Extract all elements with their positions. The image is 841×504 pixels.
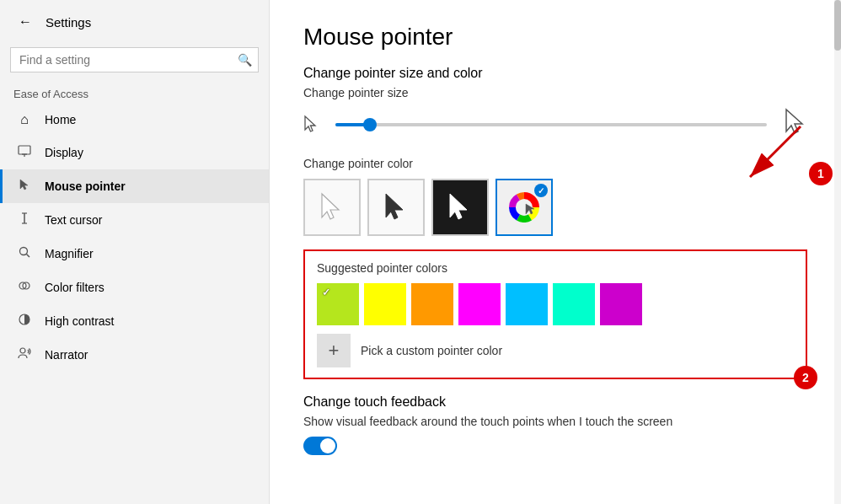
- touch-feedback-toggle[interactable]: [303, 437, 337, 455]
- sidebar-item-home-label: Home: [45, 113, 76, 126]
- scrollbar-thumb[interactable]: [834, 0, 841, 51]
- sidebar-item-mouse-pointer-label: Mouse pointer: [45, 180, 126, 193]
- size-slider[interactable]: [335, 123, 767, 126]
- swatch-magenta[interactable]: [458, 283, 501, 325]
- ease-of-access-label: Ease of Access: [0, 81, 269, 104]
- swatch-lime[interactable]: ✓: [317, 283, 359, 325]
- scrollbar-track: [834, 0, 841, 504]
- narrator-icon: [16, 346, 33, 363]
- sidebar-item-magnifier[interactable]: Magnifier: [0, 237, 269, 271]
- swatch-purple[interactable]: [600, 283, 642, 325]
- sidebar-item-text-cursor-label: Text cursor: [45, 213, 102, 227]
- custom-color-row: + Pick a custom pointer color: [317, 334, 794, 367]
- pointer-color-black[interactable]: [367, 179, 425, 236]
- sidebar: ← Settings 🔍 Ease of Access ⌂ Home Displ…: [0, 0, 270, 504]
- sidebar-item-high-contrast[interactable]: High contrast: [0, 304, 269, 338]
- back-button[interactable]: ←: [13, 10, 37, 34]
- sidebar-item-mouse-pointer[interactable]: Mouse pointer: [0, 169, 269, 203]
- sidebar-title: Settings: [46, 15, 91, 29]
- pointer-color-white[interactable]: [303, 179, 361, 236]
- touch-feedback-desc: Show visual feedback around the touch po…: [303, 415, 807, 428]
- cursor-small-icon: [303, 115, 319, 136]
- annotation-badge-2: 2: [794, 366, 817, 389]
- search-box: 🔍: [10, 47, 259, 72]
- swatch-teal[interactable]: [553, 283, 595, 325]
- size-slider-row: [303, 108, 807, 142]
- page-title: Mouse pointer: [303, 24, 807, 51]
- search-icon: 🔍: [238, 53, 252, 67]
- mouse-pointer-icon: [16, 178, 33, 195]
- sidebar-item-display-label: Display: [45, 146, 83, 159]
- suggested-label: Suggested pointer colors: [317, 261, 794, 275]
- display-icon: [16, 144, 33, 161]
- svg-rect-0: [19, 146, 30, 154]
- color-swatches: ✓: [317, 283, 794, 325]
- text-cursor-icon: [16, 212, 33, 228]
- color-filters-icon: [16, 279, 33, 296]
- sidebar-item-text-cursor[interactable]: Text cursor: [0, 203, 269, 237]
- sidebar-item-display[interactable]: Display: [0, 136, 269, 169]
- sidebar-item-color-filters-label: Color filters: [45, 281, 104, 294]
- section-change-title: Change pointer size and color: [303, 66, 807, 81]
- sidebar-item-home[interactable]: ⌂ Home: [0, 104, 269, 136]
- size-label: Change pointer size: [303, 86, 807, 99]
- touch-feedback-title: Change touch feedback: [303, 394, 807, 410]
- swatch-yellow[interactable]: [364, 283, 406, 325]
- custom-color-label: Pick a custom pointer color: [361, 344, 502, 357]
- color-label: Change pointer color: [303, 157, 807, 170]
- high-contrast-icon: [16, 313, 33, 330]
- swatch-selected-check: ✓: [322, 287, 330, 298]
- sidebar-header: ← Settings: [0, 0, 269, 44]
- sidebar-item-high-contrast-label: High contrast: [45, 314, 114, 328]
- cursor-large-icon: [784, 108, 807, 142]
- selected-checkmark: ✓: [534, 184, 548, 197]
- swatch-cyan[interactable]: [506, 283, 548, 325]
- magnifier-icon: [16, 245, 33, 262]
- annotation-badge-1: 1: [809, 162, 833, 185]
- add-custom-color-button[interactable]: +: [317, 334, 351, 367]
- pointer-color-options: ✓ 1: [303, 179, 807, 236]
- main-content: Mouse pointer Change pointer size and co…: [270, 0, 841, 504]
- search-input[interactable]: [10, 47, 259, 72]
- home-icon: ⌂: [16, 112, 33, 127]
- svg-point-6: [20, 248, 28, 255]
- swatch-orange[interactable]: [411, 283, 453, 325]
- pointer-color-inverted[interactable]: [431, 179, 489, 236]
- sidebar-item-color-filters[interactable]: Color filters: [0, 271, 269, 304]
- sidebar-item-magnifier-label: Magnifier: [45, 247, 94, 260]
- svg-point-11: [20, 348, 25, 353]
- suggested-colors-box: Suggested pointer colors ✓ + Pick a cust…: [303, 249, 807, 379]
- pointer-color-custom[interactable]: ✓: [495, 179, 553, 236]
- sidebar-item-narrator-label: Narrator: [45, 348, 88, 362]
- sidebar-item-narrator[interactable]: Narrator: [0, 338, 269, 372]
- svg-line-7: [27, 255, 30, 258]
